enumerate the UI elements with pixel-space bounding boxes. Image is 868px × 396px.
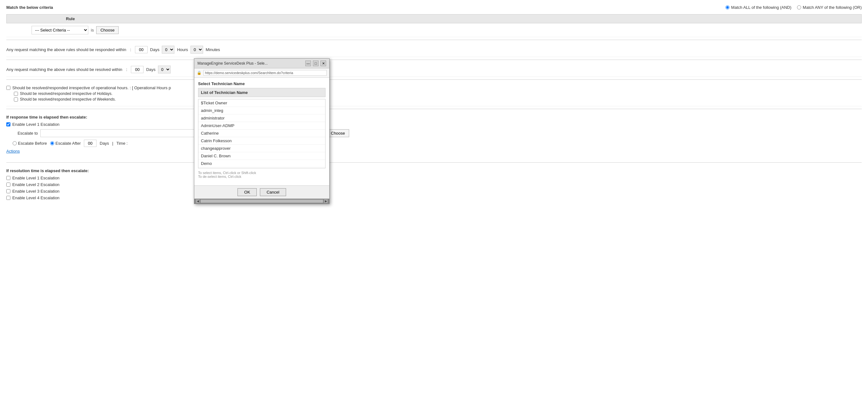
modal-restore-button[interactable]: □ bbox=[313, 61, 318, 66]
res-level3-checkbox[interactable] bbox=[6, 189, 10, 193]
main-container: Match the below criteria Match ALL of th… bbox=[0, 0, 868, 396]
holidays-label: Should be resolved/responded irrespectiv… bbox=[20, 92, 113, 96]
table-header: Rule bbox=[6, 14, 862, 23]
col-3 bbox=[28, 16, 66, 21]
resolution-days-input[interactable] bbox=[131, 66, 144, 73]
escalate-options-row: Escalate Before Escalate After Days | Ti… bbox=[12, 140, 862, 147]
address-input[interactable]: https://demo.servicedeskplus.com/SearchI… bbox=[204, 70, 327, 76]
technician-list: $Ticket Owner admin_integ administrator … bbox=[198, 99, 325, 168]
res-level4-checkbox[interactable] bbox=[6, 196, 10, 200]
modal-ok-button[interactable]: OK bbox=[238, 188, 257, 196]
response-minutes-select[interactable]: 0 bbox=[190, 46, 203, 54]
separator-4 bbox=[6, 109, 862, 109]
modal-hint-line2: To de-select items, Ctrl-click bbox=[198, 175, 326, 178]
criteria-select[interactable]: --- Select Criteria -- bbox=[32, 26, 88, 34]
modal-cancel-button[interactable]: Cancel bbox=[260, 188, 286, 196]
res-level4-label: Enable Level 4 Escalation bbox=[12, 196, 60, 200]
technician-item-9[interactable]: Edwin bbox=[198, 167, 325, 168]
resolution-hours-select[interactable]: 0 bbox=[158, 66, 170, 73]
escalate-after-radio[interactable] bbox=[50, 141, 54, 145]
header-row: Match the below criteria Match ALL of th… bbox=[6, 5, 862, 10]
modal-minimize-button[interactable]: — bbox=[305, 61, 311, 66]
scroll-left-arrow[interactable]: ◀ bbox=[195, 199, 200, 203]
match-all-label: Match ALL of the following (AND) bbox=[731, 5, 792, 10]
operational-hours-row: Should be resolved/responded irrespectiv… bbox=[6, 86, 862, 90]
scroll-right-arrow[interactable]: ▶ bbox=[323, 199, 328, 203]
match-any-radio[interactable] bbox=[797, 5, 801, 9]
modal-title: ManageEngine ServiceDesk Plus - Sele... bbox=[197, 61, 268, 66]
modal-hint-line1: To select items, Ctrl-click or Shift-cli… bbox=[198, 171, 326, 175]
holidays-checkbox[interactable] bbox=[14, 92, 18, 96]
separator-2 bbox=[6, 60, 862, 60]
separator-5 bbox=[6, 162, 862, 163]
technician-item-5[interactable]: Catrin Folkesson bbox=[198, 137, 325, 145]
resolution-time-row: Any request matching the above rules sho… bbox=[6, 62, 862, 77]
lock-icon: 🔒 bbox=[197, 71, 202, 75]
resolution-days-label: Days bbox=[146, 67, 155, 72]
response-colon: : bbox=[130, 47, 131, 52]
technician-item-7[interactable]: Daniel C. Brown bbox=[198, 152, 325, 160]
level1-escalation-label: Enable Level 1 Escalation bbox=[12, 122, 60, 127]
modal-window: ManageEngine ServiceDesk Plus - Sele... … bbox=[194, 58, 330, 204]
res-level2-checkbox[interactable] bbox=[6, 183, 10, 187]
escalate-separator: | bbox=[112, 141, 113, 146]
res-level3-row: Enable Level 3 Escalation bbox=[6, 189, 862, 194]
response-days-input[interactable]: 00 bbox=[135, 46, 148, 53]
level1-escalation-checkbox[interactable] bbox=[6, 122, 10, 126]
technician-item-4[interactable]: Catherine bbox=[198, 130, 325, 137]
match-any-option[interactable]: Match ANY of the following (OR) bbox=[797, 5, 862, 10]
escalate-before-option[interactable]: Escalate Before bbox=[12, 141, 47, 146]
col-2 bbox=[19, 16, 28, 21]
rule-column-header: Rule bbox=[66, 16, 859, 21]
escalate-choose-button[interactable]: Choose bbox=[327, 129, 349, 137]
escalate-before-radio[interactable] bbox=[12, 141, 17, 145]
modal-hint: To select items, Ctrl-click or Shift-cli… bbox=[198, 171, 326, 178]
match-options: Match ALL of the following (AND) Match A… bbox=[725, 5, 862, 10]
modal-list-title: List of Technician Name bbox=[198, 88, 326, 97]
holidays-row: Should be resolved/responded irrespectiv… bbox=[14, 92, 862, 96]
modal-list-container[interactable]: $Ticket Owner admin_integ administrator … bbox=[198, 99, 326, 168]
match-criteria-title: Match the below criteria bbox=[6, 5, 53, 10]
escalate-after-label: Escalate After bbox=[56, 141, 81, 146]
modal-content: Select Technician Name List of Technicia… bbox=[194, 77, 329, 186]
escalate-after-option[interactable]: Escalate After bbox=[50, 141, 81, 146]
operational-hours-label: Should be resolved/responded irrespectiv… bbox=[12, 86, 171, 90]
modal-titlebar: ManageEngine ServiceDesk Plus - Sele... … bbox=[194, 59, 329, 68]
match-all-radio[interactable] bbox=[725, 5, 730, 9]
resolution-escalation-title: If resolution time is elapsed then escal… bbox=[6, 168, 862, 173]
criteria-choose-button[interactable]: Choose bbox=[96, 26, 119, 34]
modal-section-title: Select Technician Name bbox=[198, 81, 326, 86]
resolution-colon: : bbox=[126, 67, 127, 72]
response-hours-select[interactable]: 0 bbox=[162, 46, 175, 54]
technician-item-0[interactable]: $Ticket Owner bbox=[198, 99, 325, 107]
technician-item-3[interactable]: AdminUser-ADMP bbox=[198, 122, 325, 130]
technician-item-6[interactable]: changeapprover bbox=[198, 145, 325, 152]
criteria-row: --- Select Criteria -- is Choose bbox=[6, 23, 862, 37]
response-minutes-label: Minutes bbox=[206, 47, 220, 52]
escalate-time-label: Time : bbox=[116, 141, 128, 146]
res-level1-label: Enable Level 1 Escalation bbox=[12, 176, 60, 180]
res-level4-row: Enable Level 4 Escalation bbox=[6, 196, 862, 200]
actions-link[interactable]: Actions bbox=[6, 149, 862, 154]
horizontal-scrollbar[interactable] bbox=[200, 200, 323, 203]
resolution-time-label: Any request matching the above rules sho… bbox=[6, 67, 122, 72]
technician-item-1[interactable]: admin_integ bbox=[198, 107, 325, 114]
technician-item-8[interactable]: Demo bbox=[198, 160, 325, 167]
separator-1 bbox=[6, 40, 862, 40]
escalate-days-label: Days bbox=[100, 141, 109, 146]
response-escalation-title: If response time is elapsed then escalat… bbox=[6, 115, 862, 120]
res-level1-checkbox[interactable] bbox=[6, 176, 10, 180]
match-all-option[interactable]: Match ALL of the following (AND) bbox=[725, 5, 792, 10]
weekends-checkbox[interactable] bbox=[14, 97, 18, 101]
escalate-to-row: Escalate to Choose bbox=[12, 129, 862, 137]
escalate-days-input[interactable] bbox=[84, 140, 96, 147]
operational-hours-section: Should be resolved/responded irrespectiv… bbox=[6, 82, 862, 106]
col-1 bbox=[9, 16, 19, 21]
modal-close-button[interactable]: ✕ bbox=[320, 61, 326, 66]
separator-3 bbox=[6, 79, 862, 80]
res-level2-label: Enable Level 2 Escalation bbox=[12, 182, 60, 187]
technician-item-2[interactable]: administrator bbox=[198, 114, 325, 122]
modal-controls: — □ ✕ bbox=[305, 61, 326, 66]
escalate-to-label: Escalate to bbox=[12, 131, 38, 136]
operational-hours-checkbox[interactable] bbox=[6, 86, 10, 90]
